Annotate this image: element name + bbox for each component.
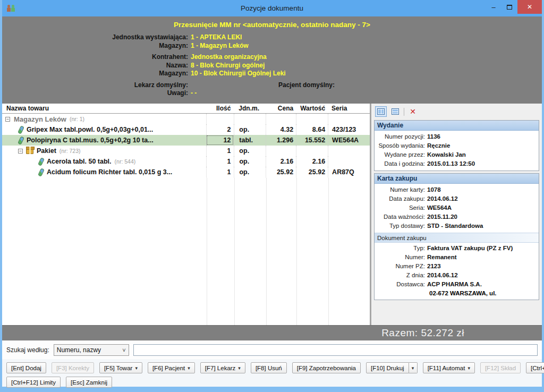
cell-serial [328,156,370,167]
search-bar: Szukaj według: Numeru, nazwy ˅ [2,340,542,359]
limity-button[interactable]: [Ctrl+F12] Limity [6,377,61,388]
cell-price: 2.16 [266,156,296,167]
table-row[interactable]: − Pakiet (nr: 723) 1 op. [2,146,370,156]
detail-value: Faktura VAT zakupu (PZ z FV) [427,244,513,253]
maximize-button[interactable] [502,0,517,14]
split-vertical-button[interactable] [375,106,387,117]
column-ilosc[interactable]: Ilość [206,104,234,113]
column-nazwa-towaru[interactable]: Nazwa towaru [2,104,206,113]
field-label: Magazyn: [2,42,191,50]
cell-serial: AR87Q [328,167,370,177]
cell-value: 25.92 [296,167,328,177]
detail-label: Numer pozycji: [375,132,427,141]
table-row[interactable]: Acerola tabl. 50 tabl. (nr: 544) 1 op. 2… [2,156,370,167]
document-header: Przesunięcie MM nr <automatycznie, ostat… [2,16,542,104]
cell-price [266,114,296,124]
detail-label: Wydane przez: [375,150,427,159]
search-input[interactable] [133,344,538,356]
collapse-icon[interactable]: − [18,149,23,154]
search-mode-select[interactable]: Numeru, nazwy ˅ [54,344,129,356]
cell-price: 1.296 [266,135,296,146]
split-horizontal-button[interactable] [389,106,401,117]
cell-serial: WE564A [328,135,370,146]
field-label: Uwagi: [2,89,191,98]
item-name: Magazyn Leków [14,115,66,123]
cell-qty: 1 [206,146,234,156]
drukuj-dropdown-button[interactable]: ▾ [409,362,418,373]
cell-price [266,146,296,156]
package-icon [26,148,33,154]
dropdown-icon: ▾ [135,365,138,371]
medicine-icon [38,168,45,177]
titlebar: Pozycje dokumentu – ✕ [2,0,542,16]
panel-toolbar: ✕ [374,105,539,118]
detail-value: 2014.06.12 [427,194,458,203]
table-row[interactable]: − Magazyn Leków (nr: 1) [2,114,370,124]
minimize-button[interactable]: – [486,0,502,14]
grid-empty-area [2,178,370,325]
detail-label: Seria: [375,203,427,212]
field-value: 1 - Magazyn Leków [191,42,249,50]
dropdown-icon: ▾ [468,365,470,371]
zapotrzebowania-button[interactable]: [F9] Zapotrzebowania [292,362,361,373]
grid-header: Nazwa towaru Ilość Jdn.m. Cena Wartość S… [2,104,370,114]
detail-label: Numer: [375,253,427,262]
item-name: Pakiet [37,147,56,155]
column-cena[interactable]: Cena [266,104,296,113]
cell-unit [234,114,266,124]
lekarz-button[interactable]: [F7] Lekarz▾ [200,362,245,373]
field-label: Nazwa: [2,62,191,70]
table-row[interactable]: Acidum folicum Richter tabl. 0,015 g 3..… [2,167,370,177]
detail-label: Data zakupu: [375,194,427,203]
column-wartosc[interactable]: Wartość [296,104,328,113]
column-jdnm[interactable]: Jdn.m. [234,104,266,113]
medicine-icon [38,157,45,166]
drukuj-button[interactable]: [F10] Drukuj [366,362,409,373]
button-bar: [Ent] Dodaj [F3] Korekty [F5] Towar▾ [F6… [2,359,542,387]
usun-button[interactable]: [F8] Usuń [251,362,287,373]
detail-label: Typ dostawy: [375,221,427,231]
field-label: Kontrahent: [2,53,191,62]
window-title: Pozycje dokumentu [2,4,542,12]
detail-value: 2123 [427,262,441,271]
towar-button[interactable]: [F5] Towar▾ [99,362,142,373]
close-panel-button[interactable]: ✕ [407,106,419,117]
collapse-icon[interactable]: − [5,117,10,122]
detail-value: 1136 [427,132,440,141]
detail-value: ACP PHARMA S.A. [427,280,482,289]
info-button[interactable]: [Ctrl+I] Info [526,362,544,373]
automat-button[interactable]: [F11] Automat▾ [423,362,475,373]
cell-qty-focused[interactable]: 12 [206,135,234,146]
wydanie-box: Wydanie Numer pozycji:1136 Sposób wydani… [374,120,539,171]
document-title: Przesunięcie MM nr <automatycznie, ostat… [2,21,542,29]
drukuj-split-button: [F10] Drukuj ▾ [366,362,418,373]
split-horizontal-icon [392,108,399,115]
dokument-zakupu-subtitle: Dokument zakupu [375,233,539,243]
cell-qty: 1 [206,156,234,167]
cell-price: 4.32 [266,124,296,135]
detail-label: Z dnia: [375,271,427,280]
zamknij-button[interactable]: [Esc] Zamknij [66,377,112,388]
pacjent-button[interactable]: [F6] Pacjent▾ [148,362,195,373]
detail-value: 2015.01.13 12:50 [427,159,475,168]
split-vertical-icon [377,108,385,115]
detail-value: Kowalski Jan [427,150,466,159]
cell-value [296,146,328,156]
close-button[interactable]: ✕ [517,0,542,14]
detail-label: Data i godzina: [375,159,427,168]
dodaj-button[interactable]: [Ent] Dodaj [6,362,46,373]
detail-label: Typ: [375,244,427,253]
supplier-address: 02-672 WARSZAWA, ul. [429,289,539,297]
cell-value: 15.552 [296,135,328,146]
dropdown-icon: ▾ [238,365,241,371]
table-row[interactable]: Gripex Max tabl.powl. 0,5g+0,03g+0,01...… [2,124,370,135]
cell-value: 2.16 [296,156,328,167]
cell-qty: 2 [206,124,234,135]
detail-value: 2014.06.12 [427,271,458,280]
item-nr: (nr: 1) [70,116,84,122]
total-amount: Razem: 52.272 zł [381,327,464,339]
pacjent-label: Pacjent domyślny: [278,81,335,90]
table-row-selected[interactable]: Polopiryna C tabl.mus. 0,5g+0,2g 10 ta..… [2,135,370,146]
detail-value: Remanent [427,253,457,262]
column-seria[interactable]: Seria [328,104,370,113]
